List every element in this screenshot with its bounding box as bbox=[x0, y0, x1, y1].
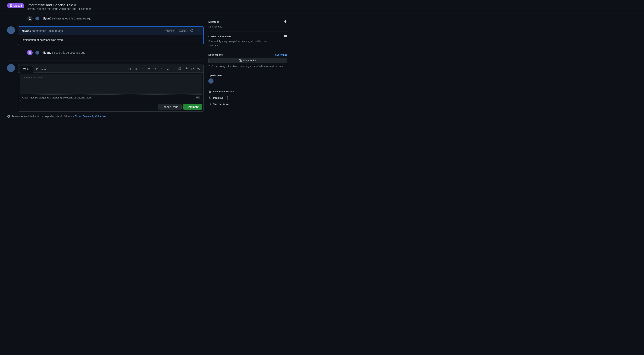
comment-button[interactable]: Comment bbox=[183, 104, 202, 110]
issue-meta: njlyon0 opened this issue 2 minutes ago … bbox=[28, 7, 92, 10]
closed-badge-icon bbox=[27, 50, 33, 56]
heading-icon[interactable] bbox=[128, 67, 131, 71]
reopen-button[interactable]: Reopen issue bbox=[158, 104, 182, 110]
avatar[interactable] bbox=[36, 16, 39, 20]
linked-prs-desc: Successfully merging a pull request may … bbox=[208, 40, 287, 43]
guidelines-link[interactable]: GitHub Community Guidelines bbox=[75, 115, 106, 118]
gear-icon[interactable] bbox=[284, 34, 287, 38]
member-badge: Member bbox=[164, 29, 176, 32]
link-icon[interactable] bbox=[160, 67, 162, 71]
task-list-icon[interactable] bbox=[178, 67, 182, 71]
milestone-body: No milestone bbox=[208, 25, 287, 28]
status-text: Closed bbox=[13, 4, 22, 7]
participants-title: 1 participant bbox=[208, 74, 222, 77]
timeline-assigned: njlyon0 self-assigned this 2 minutes ago bbox=[7, 14, 204, 23]
kebab-icon[interactable] bbox=[196, 28, 200, 34]
user-link[interactable]: njlyon0 bbox=[42, 17, 51, 20]
info-icon bbox=[7, 115, 10, 118]
tab-write[interactable]: Write bbox=[20, 66, 33, 72]
user-link[interactable]: njlyon0 bbox=[42, 51, 51, 54]
closed-icon bbox=[10, 4, 12, 7]
guidelines: Remember, contributions to this reposito… bbox=[7, 112, 204, 121]
issue-number: #1 bbox=[74, 3, 78, 7]
linked-prs-none: None yet bbox=[208, 44, 287, 47]
timeline-closed: njlyon0 closed this 26 seconds ago bbox=[7, 48, 204, 58]
comment-card: njlyon0 commented 1 minute ago Member Au… bbox=[18, 26, 204, 45]
mention-icon[interactable] bbox=[184, 67, 188, 71]
bell-slash-icon bbox=[239, 59, 242, 62]
milestone-title[interactable]: Milestone bbox=[208, 21, 219, 24]
bold-icon[interactable] bbox=[134, 67, 138, 71]
arrow-right-icon bbox=[208, 102, 212, 106]
emoji-icon[interactable] bbox=[189, 28, 194, 34]
person-icon bbox=[27, 15, 33, 22]
markdown-icon[interactable]: M↓ bbox=[196, 96, 200, 99]
participant-avatar[interactable] bbox=[208, 78, 214, 84]
code-icon[interactable] bbox=[153, 67, 156, 71]
attach-hint[interactable]: Attach files by dragging & dropping, sel… bbox=[20, 94, 202, 101]
comment-timestamp[interactable]: 1 minute ago bbox=[47, 29, 63, 32]
avatar[interactable] bbox=[7, 64, 15, 72]
lock-icon bbox=[208, 90, 212, 93]
notifications-title: Notifications bbox=[208, 54, 223, 56]
notification-reason: You're receiving notifications because y… bbox=[208, 65, 287, 68]
comment-textarea[interactable] bbox=[20, 74, 202, 94]
gear-icon[interactable] bbox=[284, 20, 287, 24]
unsubscribe-button[interactable]: Unsubscribe bbox=[208, 58, 287, 63]
comment-author-link[interactable]: njlyon0 bbox=[22, 29, 31, 32]
issue-author-link[interactable]: njlyon0 bbox=[28, 7, 36, 10]
issue-title: Informative and Concise Title #1 bbox=[28, 3, 92, 7]
comment-body: Explanation of how task was fixed bbox=[18, 35, 204, 44]
compose-card: Write Preview bbox=[18, 64, 204, 112]
transfer-issue[interactable]: Transfer issue bbox=[208, 101, 287, 107]
tab-preview[interactable]: Preview bbox=[33, 66, 49, 72]
pin-icon bbox=[208, 96, 212, 100]
lock-conversation[interactable]: Lock conversation bbox=[208, 88, 287, 95]
italic-icon[interactable] bbox=[140, 67, 144, 71]
status-badge: Closed bbox=[7, 3, 24, 8]
unordered-list-icon[interactable] bbox=[166, 67, 169, 71]
pin-issue[interactable]: Pin issue i bbox=[208, 95, 287, 101]
ordered-list-icon[interactable] bbox=[172, 67, 175, 71]
reply-icon[interactable] bbox=[197, 67, 200, 71]
reference-icon[interactable] bbox=[191, 67, 194, 71]
quote-icon[interactable] bbox=[147, 67, 150, 71]
linked-prs-title[interactable]: Linked pull requests bbox=[208, 35, 232, 38]
customize-link[interactable]: Customize bbox=[275, 54, 287, 56]
avatar[interactable] bbox=[7, 26, 15, 34]
author-badge: Author bbox=[178, 29, 188, 32]
avatar[interactable] bbox=[36, 51, 39, 55]
info-icon[interactable]: i bbox=[226, 96, 229, 100]
